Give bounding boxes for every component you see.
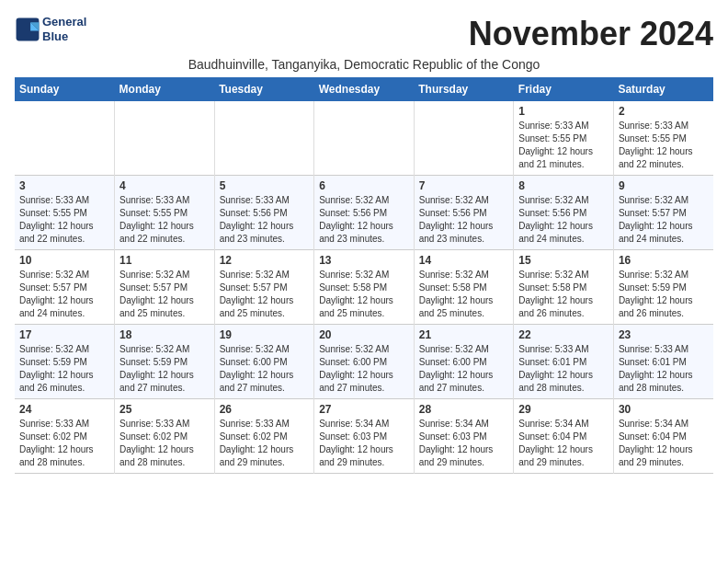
day-number: 8 — [518, 179, 609, 192]
calendar-cell: 8Sunrise: 5:32 AM Sunset: 5:56 PM Daylig… — [514, 176, 614, 250]
logo: General Blue — [15, 15, 86, 43]
day-info: Sunrise: 5:34 AM Sunset: 6:04 PM Dayligh… — [518, 418, 609, 469]
day-number: 7 — [419, 179, 509, 192]
calendar-week-4: 17Sunrise: 5:32 AM Sunset: 5:59 PM Dayli… — [15, 325, 713, 399]
day-info: Sunrise: 5:33 AM Sunset: 5:55 PM Dayligh… — [19, 194, 109, 246]
day-info: Sunrise: 5:32 AM Sunset: 6:00 PM Dayligh… — [220, 343, 310, 395]
calendar-table: SundayMondayTuesdayWednesdayThursdayFrid… — [15, 77, 713, 474]
calendar-cell — [15, 101, 115, 176]
page-subtitle: Baudhuinville, Tanganyika, Democratic Re… — [15, 57, 713, 72]
day-info: Sunrise: 5:34 AM Sunset: 6:04 PM Dayligh… — [619, 418, 709, 469]
day-number: 21 — [419, 328, 509, 341]
day-number: 10 — [19, 254, 109, 267]
calendar-cell: 1Sunrise: 5:33 AM Sunset: 5:55 PM Daylig… — [514, 101, 614, 176]
day-info: Sunrise: 5:33 AM Sunset: 5:56 PM Dayligh… — [220, 194, 310, 246]
day-info: Sunrise: 5:32 AM Sunset: 5:57 PM Dayligh… — [19, 269, 109, 320]
day-number: 27 — [319, 403, 409, 416]
day-info: Sunrise: 5:32 AM Sunset: 5:56 PM Dayligh… — [518, 194, 609, 246]
day-info: Sunrise: 5:32 AM Sunset: 5:56 PM Dayligh… — [419, 194, 509, 246]
calendar-cell: 25Sunrise: 5:33 AM Sunset: 6:02 PM Dayli… — [115, 399, 215, 474]
day-number: 18 — [119, 328, 210, 341]
day-number: 15 — [518, 254, 609, 267]
calendar-week-1: 1Sunrise: 5:33 AM Sunset: 5:55 PM Daylig… — [15, 101, 713, 176]
day-info: Sunrise: 5:32 AM Sunset: 5:57 PM Dayligh… — [119, 269, 210, 320]
calendar-cell: 16Sunrise: 5:32 AM Sunset: 5:59 PM Dayli… — [613, 250, 713, 325]
day-number: 26 — [220, 403, 310, 416]
calendar-header-monday: Monday — [115, 77, 215, 101]
calendar-header-saturday: Saturday — [613, 77, 713, 101]
day-info: Sunrise: 5:33 AM Sunset: 6:02 PM Dayligh… — [119, 418, 210, 469]
calendar-cell: 2Sunrise: 5:33 AM Sunset: 5:55 PM Daylig… — [613, 101, 713, 176]
calendar-cell — [214, 101, 314, 176]
calendar-cell: 12Sunrise: 5:32 AM Sunset: 5:57 PM Dayli… — [214, 250, 314, 325]
day-info: Sunrise: 5:32 AM Sunset: 5:59 PM Dayligh… — [619, 269, 709, 320]
day-number: 2 — [619, 105, 709, 118]
day-number: 23 — [619, 328, 709, 341]
calendar-cell: 23Sunrise: 5:33 AM Sunset: 6:01 PM Dayli… — [613, 325, 713, 399]
day-number: 16 — [619, 254, 709, 267]
day-info: Sunrise: 5:32 AM Sunset: 5:57 PM Dayligh… — [220, 269, 310, 320]
day-number: 28 — [419, 403, 509, 416]
day-number: 22 — [518, 328, 609, 341]
calendar-cell — [115, 101, 215, 176]
day-number: 20 — [319, 328, 409, 341]
calendar-header-sunday: Sunday — [15, 77, 115, 101]
calendar-week-3: 10Sunrise: 5:32 AM Sunset: 5:57 PM Dayli… — [15, 250, 713, 325]
calendar-cell: 6Sunrise: 5:32 AM Sunset: 5:56 PM Daylig… — [314, 176, 415, 250]
calendar-cell: 5Sunrise: 5:33 AM Sunset: 5:56 PM Daylig… — [214, 176, 314, 250]
day-info: Sunrise: 5:33 AM Sunset: 6:02 PM Dayligh… — [19, 418, 109, 469]
day-number: 30 — [619, 403, 709, 416]
day-number: 17 — [19, 328, 109, 341]
day-info: Sunrise: 5:33 AM Sunset: 5:55 PM Dayligh… — [518, 120, 609, 171]
calendar-cell: 10Sunrise: 5:32 AM Sunset: 5:57 PM Dayli… — [15, 250, 115, 325]
day-number: 24 — [19, 403, 109, 416]
day-number: 19 — [220, 328, 310, 341]
calendar-cell: 4Sunrise: 5:33 AM Sunset: 5:55 PM Daylig… — [115, 176, 215, 250]
day-info: Sunrise: 5:33 AM Sunset: 5:55 PM Dayligh… — [619, 120, 709, 171]
calendar-cell: 30Sunrise: 5:34 AM Sunset: 6:04 PM Dayli… — [613, 399, 713, 474]
day-info: Sunrise: 5:32 AM Sunset: 5:59 PM Dayligh… — [119, 343, 210, 395]
calendar-header-row: SundayMondayTuesdayWednesdayThursdayFrid… — [15, 77, 713, 101]
day-number: 3 — [19, 179, 109, 192]
calendar-cell: 17Sunrise: 5:32 AM Sunset: 5:59 PM Dayli… — [15, 325, 115, 399]
calendar-cell: 22Sunrise: 5:33 AM Sunset: 6:01 PM Dayli… — [514, 325, 614, 399]
page-header: General Blue November 2024 — [15, 15, 713, 53]
calendar-header-thursday: Thursday — [414, 77, 514, 101]
calendar-cell: 28Sunrise: 5:34 AM Sunset: 6:03 PM Dayli… — [414, 399, 514, 474]
day-info: Sunrise: 5:34 AM Sunset: 6:03 PM Dayligh… — [319, 418, 409, 469]
calendar-cell: 26Sunrise: 5:33 AM Sunset: 6:02 PM Dayli… — [214, 399, 314, 474]
day-number: 14 — [419, 254, 509, 267]
day-info: Sunrise: 5:32 AM Sunset: 5:58 PM Dayligh… — [518, 269, 609, 320]
day-info: Sunrise: 5:33 AM Sunset: 6:01 PM Dayligh… — [518, 343, 609, 395]
day-number: 25 — [119, 403, 210, 416]
day-number: 6 — [319, 179, 409, 192]
calendar-cell — [414, 101, 514, 176]
calendar-cell: 27Sunrise: 5:34 AM Sunset: 6:03 PM Dayli… — [314, 399, 415, 474]
calendar-week-5: 24Sunrise: 5:33 AM Sunset: 6:02 PM Dayli… — [15, 399, 713, 474]
day-info: Sunrise: 5:33 AM Sunset: 5:55 PM Dayligh… — [119, 194, 210, 246]
day-info: Sunrise: 5:32 AM Sunset: 5:58 PM Dayligh… — [419, 269, 509, 320]
day-number: 1 — [518, 105, 609, 118]
month-title: November 2024 — [469, 15, 713, 53]
calendar-cell: 11Sunrise: 5:32 AM Sunset: 5:57 PM Dayli… — [115, 250, 215, 325]
calendar-cell: 14Sunrise: 5:32 AM Sunset: 5:58 PM Dayli… — [414, 250, 514, 325]
logo-text: General Blue — [42, 15, 86, 43]
day-number: 12 — [220, 254, 310, 267]
day-number: 5 — [220, 179, 310, 192]
calendar-cell: 24Sunrise: 5:33 AM Sunset: 6:02 PM Dayli… — [15, 399, 115, 474]
calendar-header-friday: Friday — [514, 77, 614, 101]
day-info: Sunrise: 5:32 AM Sunset: 5:57 PM Dayligh… — [619, 194, 709, 246]
calendar-week-2: 3Sunrise: 5:33 AM Sunset: 5:55 PM Daylig… — [15, 176, 713, 250]
calendar-header-tuesday: Tuesday — [214, 77, 314, 101]
calendar-cell: 20Sunrise: 5:32 AM Sunset: 6:00 PM Dayli… — [314, 325, 415, 399]
day-number: 11 — [119, 254, 210, 267]
day-info: Sunrise: 5:32 AM Sunset: 6:00 PM Dayligh… — [419, 343, 509, 395]
day-number: 29 — [518, 403, 609, 416]
calendar-cell — [314, 101, 415, 176]
day-number: 4 — [119, 179, 210, 192]
calendar-cell: 29Sunrise: 5:34 AM Sunset: 6:04 PM Dayli… — [514, 399, 614, 474]
calendar-header-wednesday: Wednesday — [314, 77, 415, 101]
day-info: Sunrise: 5:33 AM Sunset: 6:01 PM Dayligh… — [619, 343, 709, 395]
day-info: Sunrise: 5:33 AM Sunset: 6:02 PM Dayligh… — [220, 418, 310, 469]
day-info: Sunrise: 5:32 AM Sunset: 6:00 PM Dayligh… — [319, 343, 409, 395]
